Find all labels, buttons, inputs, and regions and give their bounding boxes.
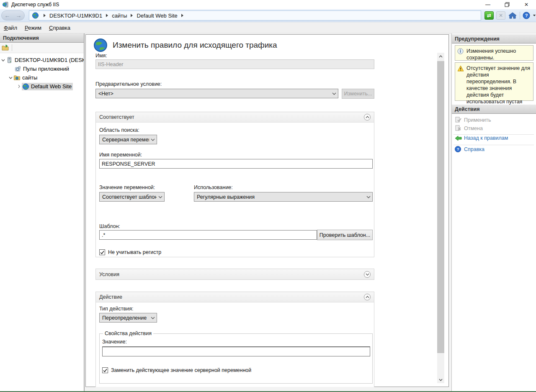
action-value-label: Значение: (102, 339, 127, 345)
restart-icon[interactable]: ⇄ (484, 11, 494, 20)
warning-icon (457, 65, 464, 72)
variable-name-label: Имя переменной: (99, 152, 142, 158)
test-pattern-button[interactable]: Проверить шаблон... (317, 230, 373, 240)
ignore-case-checkbox[interactable] (99, 249, 105, 255)
using-select[interactable]: Регулярные выражения (194, 192, 373, 202)
back-icon[interactable]: ← (5, 12, 10, 19)
connections-toolbar (0, 43, 84, 53)
scope-select[interactable]: Серверная переменн (99, 135, 157, 144)
action-properties-group: Свойства действия Значение: Заменить дей… (99, 333, 373, 384)
connections-panel: Подключения (0, 33, 85, 391)
window-title: Диспетчер служб IIS (11, 2, 59, 8)
sites-folder-icon (13, 74, 21, 81)
chevron-down-icon[interactable] (8, 77, 13, 79)
action-section-header[interactable]: Действие (96, 292, 374, 302)
action-type-select[interactable]: Переопределение (99, 313, 157, 323)
test-pattern-label: Проверить шаблон... (320, 232, 370, 238)
scope-value: Серверная переменн (102, 137, 149, 143)
body-area: Подключения (0, 33, 536, 391)
variable-name-input[interactable] (99, 159, 373, 169)
minimize-button[interactable]: — (478, 0, 497, 9)
selected-tree-item[interactable]: Default Web Site (22, 83, 73, 90)
back-to-rules-action[interactable]: Назад к правилам (455, 135, 508, 141)
breadcrumb-item-server[interactable]: DESKTOP-U1MK9D1 (49, 13, 102, 19)
chevron-down-icon (149, 138, 157, 141)
match-section-title: Соответствует (99, 114, 134, 120)
using-value-text: Регулярные выражения (197, 194, 365, 200)
tree-item-label: Пулы приложений (23, 66, 69, 72)
chevron-right-icon[interactable] (16, 85, 22, 88)
variable-value-label: Значение переменной: (99, 184, 155, 190)
globe-icon (93, 38, 108, 52)
menu-file[interactable]: Файл (0, 23, 21, 33)
cancel-icon (455, 125, 461, 131)
alerts-header: Предупреждения (452, 34, 536, 44)
collapse-icon[interactable] (364, 294, 371, 300)
back-to-rules-label: Назад к правилам (464, 135, 508, 141)
pattern-input[interactable] (99, 230, 317, 240)
stop-icon: ✕ (496, 11, 505, 20)
apply-label: Применить (464, 117, 491, 123)
chevron-down-icon[interactable] (0, 59, 6, 61)
alert-warning-text: Отсутствует значение для действия переоп… (466, 65, 531, 98)
menu-view[interactable]: Режим (21, 23, 45, 33)
collapse-icon[interactable] (364, 114, 371, 120)
chevron-down-icon[interactable] (533, 14, 536, 17)
app-pools-icon (14, 66, 21, 72)
conditions-section-header[interactable]: Условия (96, 269, 374, 279)
precondition-select[interactable]: <Нет> (95, 89, 338, 98)
using-label: Использование: (194, 184, 233, 190)
menu-help[interactable]: Справка (45, 23, 74, 33)
forward-icon[interactable]: → (16, 12, 22, 19)
home-icon[interactable] (508, 11, 517, 20)
globe-icon (32, 12, 39, 19)
help-label: Справка (464, 146, 484, 152)
server-icon (6, 57, 13, 64)
action-type-value: Переопределение (102, 315, 149, 321)
action-properties-title: Свойства действия (103, 331, 153, 336)
actions-panel: Предупреждения i Изменения успешно сохра… (451, 33, 536, 391)
edit-button-label: Изменить... (344, 91, 372, 97)
breadcrumb[interactable]: DESKTOP-U1MK9D1 сайты Default Web Site (29, 10, 481, 20)
svg-text:?: ? (457, 147, 459, 151)
help-action[interactable]: ? Справка (455, 146, 484, 152)
conditions-section: Условия (95, 269, 374, 280)
tree-item-app-pools[interactable]: Пулы приложений (0, 64, 84, 73)
alert-info: i Изменения успешно сохранены. (455, 45, 533, 61)
svg-text:i: i (460, 49, 461, 54)
restore-button[interactable] (497, 0, 517, 9)
ignore-case-row: Не учитывать регистр (99, 249, 161, 255)
variable-value-select[interactable]: Соответствует шаблону (99, 192, 165, 202)
help-icon[interactable]: ? (523, 12, 530, 19)
replace-value-checkbox[interactable] (102, 367, 108, 373)
scroll-up-icon[interactable] (437, 53, 444, 60)
tree-item-sites[interactable]: сайты (0, 73, 84, 82)
breadcrumb-item-sites[interactable]: сайты (112, 13, 127, 19)
close-button[interactable]: ✕ (517, 0, 536, 9)
vertical-scrollbar[interactable] (437, 53, 444, 383)
pattern-label: Шаблон: (99, 223, 120, 229)
save-connection-icon[interactable] (2, 44, 9, 51)
alert-info-text: Изменения успешно сохранены. (466, 48, 531, 58)
breadcrumb-item-site[interactable]: Default Web Site (137, 13, 177, 19)
nav-buttons: ← → (1, 10, 25, 20)
scrollbar-thumb[interactable] (437, 61, 444, 353)
match-section-header[interactable]: Соответствует (96, 112, 374, 123)
tree-item-server[interactable]: DESKTOP-U1MK9D1 (DESKTOP (0, 56, 84, 64)
expand-icon[interactable] (364, 271, 371, 278)
tree-item-default-web-site[interactable]: Default Web Site (0, 82, 84, 91)
breadcrumb-arrow-icon (131, 14, 133, 17)
iis-manager-window: Диспетчер служб IIS — ✕ ← → DESKT (0, 0, 536, 392)
replace-value-row: Заменить действующее значение серверной … (102, 367, 251, 373)
action-value-input[interactable] (102, 346, 370, 356)
feature-page: Изменить правило для исходящего трафика … (85, 34, 449, 387)
scroll-down-icon[interactable] (437, 376, 444, 383)
divider (12, 44, 12, 51)
page-title: Изменить правило для исходящего трафика (113, 41, 277, 50)
action-section-title: Действие (99, 294, 122, 300)
variable-value-text: Соответствует шаблону (102, 194, 157, 200)
alert-warning: Отсутствует значение для действия переоп… (455, 62, 533, 101)
action-section: Действие Тип действия: Переопределение С… (95, 292, 374, 387)
info-icon: i (457, 48, 464, 54)
replace-value-label: Заменить действующее значение серверной … (111, 367, 251, 373)
